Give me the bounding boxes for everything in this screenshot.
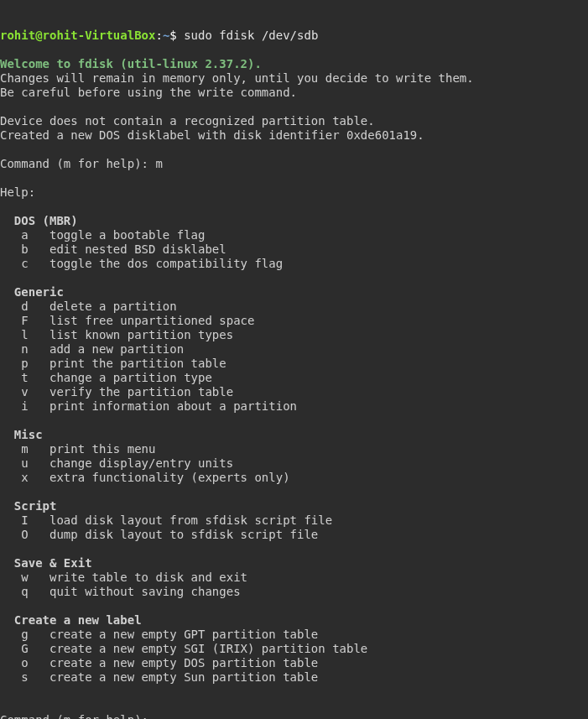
help-item: d delete a partition	[0, 300, 177, 313]
help-item: g create a new empty GPT partition table	[0, 628, 318, 641]
help-item: s create a new empty Sun partition table	[0, 670, 318, 684]
info-line-4: Created a new DOS disklabel with disk id…	[0, 128, 424, 142]
section-title-save-exit: Save & Exit	[0, 556, 92, 570]
section-title-misc: Misc	[0, 428, 43, 441]
help-item: w write table to disk and exit	[0, 571, 247, 584]
section-title-script: Script	[0, 499, 56, 513]
prompt-sep2: $	[169, 29, 184, 42]
info-line-2: Be careful before using the write comman…	[0, 86, 297, 99]
help-item: t change a partition type	[0, 371, 212, 384]
section-title-dos: DOS (MBR)	[0, 214, 78, 227]
welcome-line: Welcome to fdisk (util-linux 2.37.2).	[0, 57, 262, 70]
help-item: G create a new empty SGI (IRIX) partitio…	[0, 642, 367, 655]
help-header: Help:	[0, 185, 35, 199]
command-prompt-2[interactable]: Command (m for help):	[0, 713, 155, 719]
help-item: m print this menu	[0, 442, 155, 456]
help-item: b edit nested BSD disklabel	[0, 242, 226, 256]
terminal[interactable]: rohit@rohit-VirtualBox:~$ sudo fdisk /de…	[0, 29, 588, 719]
help-item: i print information about a partition	[0, 399, 297, 413]
info-line-3: Device does not contain a recognized par…	[0, 114, 375, 128]
help-item: p print the partition table	[0, 357, 226, 370]
help-item: x extra functionality (experts only)	[0, 471, 290, 484]
help-item: F list free unpartitioned space	[0, 314, 254, 327]
help-item: l list known partition types	[0, 328, 233, 341]
help-item: o create a new empty DOS partition table	[0, 656, 318, 670]
info-line-1: Changes will remain in memory only, unti…	[0, 71, 474, 85]
prompt-user-host: rohit@rohit-VirtualBox	[0, 29, 155, 42]
help-item: O dump disk layout to sfdisk script file	[0, 528, 318, 541]
command-text: sudo fdisk /dev/sdb	[184, 29, 318, 42]
help-item: a toggle a bootable flag	[0, 228, 205, 242]
help-item: u change display/entry units	[0, 456, 233, 470]
prompt-sep1: :	[155, 29, 162, 42]
help-item: c toggle the dos compatibility flag	[0, 257, 283, 270]
help-item: n add a new partition	[0, 342, 184, 356]
section-title-create-label: Create a new label	[0, 613, 142, 627]
command-prompt-1: Command (m for help): m	[0, 157, 163, 170]
help-item: I load disk layout from sfdisk script fi…	[0, 513, 332, 527]
section-title-generic: Generic	[0, 285, 64, 299]
help-item: v verify the partition table	[0, 385, 233, 399]
help-item: q quit without saving changes	[0, 585, 241, 598]
